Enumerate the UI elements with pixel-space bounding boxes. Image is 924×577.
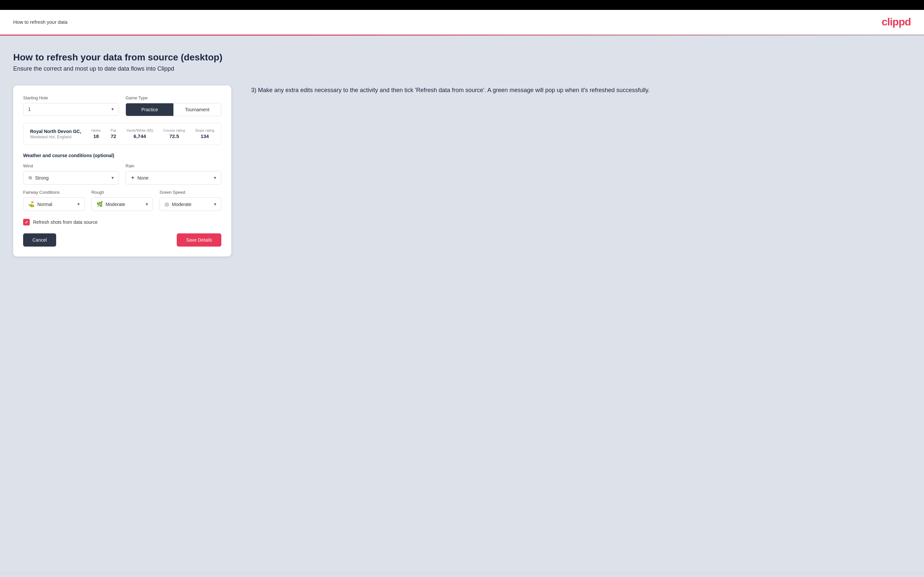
course-rating-value: 72.5 xyxy=(170,133,179,139)
fairway-icon: ⛳ xyxy=(28,201,35,207)
course-rating-label: Course rating xyxy=(163,128,185,132)
starting-hole-label: Starting Hole xyxy=(23,95,119,100)
fairway-select-wrapper[interactable]: ⛳ Normal Soft Hard ▼ xyxy=(23,197,85,211)
slope-rating-value: 134 xyxy=(200,133,209,139)
logo: clippd xyxy=(882,16,911,28)
starting-hole-input[interactable]: 1 10 xyxy=(28,106,114,112)
wind-label: Wind xyxy=(23,163,119,168)
par-label: Par xyxy=(111,128,116,132)
wind-select[interactable]: Strong Light None xyxy=(35,175,114,181)
rough-label: Rough xyxy=(92,190,153,195)
refresh-label: Refresh shots from data source xyxy=(33,219,97,225)
green-speed-label: Green Speed xyxy=(160,190,221,195)
course-row: Royal North Devon GC, Westward Hol, Engl… xyxy=(23,123,221,145)
yards-value: 6,744 xyxy=(134,133,146,139)
par-stat: Par 72 xyxy=(111,128,116,139)
rough-select[interactable]: Moderate Light Heavy xyxy=(106,202,148,207)
rough-select-wrapper[interactable]: 🌿 Moderate Light Heavy ▼ xyxy=(92,197,153,211)
green-speed-select[interactable]: Moderate Slow Fast xyxy=(172,202,216,207)
fairway-group: Fairway Conditions ⛳ Normal Soft Hard ▼ xyxy=(23,190,85,211)
game-type-label: Game Type xyxy=(126,95,221,100)
button-row: Cancel Save Details xyxy=(23,234,221,247)
wind-group: Wind ≋ Strong Light None ▼ xyxy=(23,163,119,185)
par-value: 72 xyxy=(111,133,116,139)
yards-stat: Yards/White (M)) 6,744 xyxy=(126,128,153,139)
conditions-title: Weather and course conditions (optional) xyxy=(23,153,221,158)
wind-icon: ≋ xyxy=(28,175,32,181)
rain-select-wrapper[interactable]: ✦ None Light Heavy ▼ xyxy=(126,171,221,185)
page-breadcrumb: How to refresh your data xyxy=(13,19,68,25)
slope-rating-label: Slope rating xyxy=(195,128,215,132)
wind-rain-row: Wind ≋ Strong Light None ▼ Rain ✦ xyxy=(23,163,221,185)
rain-label: Rain xyxy=(126,163,221,168)
holes-value: 18 xyxy=(93,133,99,139)
green-speed-group: Green Speed ◎ Moderate Slow Fast ▼ xyxy=(160,190,221,211)
fairway-select[interactable]: Normal Soft Hard xyxy=(37,202,80,207)
save-button[interactable]: Save Details xyxy=(177,234,221,247)
footer: Copyright Clippd 2022 xyxy=(0,573,924,577)
page-subheading: Ensure the correct and most up to date d… xyxy=(13,65,911,72)
slope-rating-stat: Slope rating 134 xyxy=(195,128,215,139)
fairway-label: Fairway Conditions xyxy=(23,190,85,195)
checkmark-icon: ✓ xyxy=(25,220,28,225)
course-location: Westward Hol, England xyxy=(30,135,82,139)
rough-group: Rough 🌿 Moderate Light Heavy ▼ xyxy=(92,190,153,211)
instruction-panel: 3) Make any extra edits necessary to the… xyxy=(251,85,911,95)
holes-stat: Holes 18 xyxy=(92,128,101,139)
instruction-text: 3) Make any extra edits necessary to the… xyxy=(251,85,911,95)
course-info: Royal North Devon GC, Westward Hol, Engl… xyxy=(30,129,82,139)
refresh-checkbox[interactable]: ✓ xyxy=(23,219,30,226)
fairway-rough-green-row: Fairway Conditions ⛳ Normal Soft Hard ▼ … xyxy=(23,190,221,211)
rain-select[interactable]: None Light Heavy xyxy=(137,175,216,181)
green-speed-select-wrapper[interactable]: ◎ Moderate Slow Fast ▼ xyxy=(160,197,221,211)
refresh-checkbox-row[interactable]: ✓ Refresh shots from data source xyxy=(23,219,221,226)
yards-label: Yards/White (M)) xyxy=(126,128,153,132)
starting-hole-select[interactable]: 1 10 ▼ xyxy=(23,103,119,116)
page-heading: How to refresh your data from source (de… xyxy=(13,52,911,63)
tournament-button[interactable]: Tournament xyxy=(173,103,221,116)
course-stats: Holes 18 Par 72 Yards/White (M)) 6,744 C… xyxy=(92,128,215,139)
course-name: Royal North Devon GC, xyxy=(30,129,82,134)
game-type-toggle: Practice Tournament xyxy=(126,103,221,116)
green-speed-icon: ◎ xyxy=(165,201,169,207)
rain-icon: ✦ xyxy=(131,175,135,181)
form-panel: Starting Hole 1 10 ▼ Game Type Practice … xyxy=(13,85,231,256)
practice-button[interactable]: Practice xyxy=(126,103,173,116)
course-rating-stat: Course rating 72.5 xyxy=(163,128,185,139)
wind-select-wrapper[interactable]: ≋ Strong Light None ▼ xyxy=(23,171,119,185)
holes-label: Holes xyxy=(92,128,101,132)
cancel-button[interactable]: Cancel xyxy=(23,234,56,247)
rough-icon: 🌿 xyxy=(97,201,103,207)
rain-group: Rain ✦ None Light Heavy ▼ xyxy=(126,163,221,185)
